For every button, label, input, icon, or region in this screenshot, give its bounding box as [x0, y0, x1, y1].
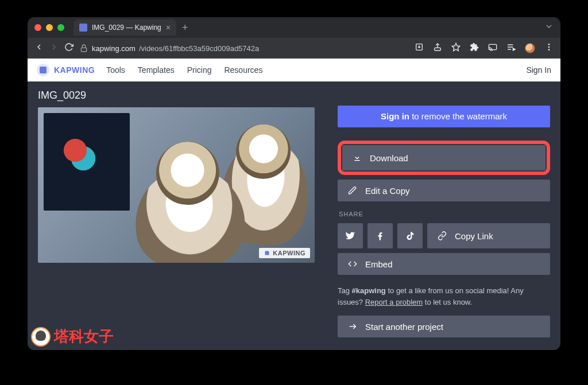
edit-copy-label: Edit a Copy [365, 186, 410, 196]
share-tiktok-button[interactable] [397, 223, 423, 248]
download-label: Download [370, 153, 408, 163]
tab-title: IMG_0029 — Kapwing [92, 24, 161, 32]
main-nav: Tools Templates Pricing Resources [106, 65, 262, 75]
twitter-icon [345, 231, 355, 241]
copy-link-button[interactable]: Copy Link [427, 223, 550, 248]
browser-tab[interactable]: IMG_0029 — Kapwing × [74, 20, 176, 36]
pencil-icon [348, 186, 357, 195]
share-icon[interactable] [433, 42, 442, 54]
link-icon [438, 231, 447, 240]
cast-icon[interactable] [488, 42, 497, 54]
svg-rect-12 [265, 251, 269, 255]
download-highlight: Download [338, 141, 550, 175]
video-background-art [44, 113, 130, 211]
tab-favicon [79, 24, 87, 32]
share-facebook-button[interactable] [368, 223, 393, 248]
tabs-overflow-icon[interactable] [544, 22, 554, 33]
install-app-icon[interactable] [415, 42, 424, 54]
svg-rect-0 [81, 48, 86, 52]
kapwing-logo-icon [37, 64, 49, 76]
extensions-icon[interactable] [470, 42, 479, 54]
lock-icon [79, 44, 88, 53]
window-titlebar: IMG_0029 — Kapwing × + [28, 17, 560, 38]
nav-tools[interactable]: Tools [106, 65, 125, 75]
corner-watermark-icon [31, 327, 51, 347]
svg-marker-3 [452, 43, 459, 50]
cta-bold: Sign in [381, 111, 409, 121]
reload-button[interactable] [64, 42, 74, 54]
report-problem-link[interactable]: Report a problem [365, 298, 423, 306]
url-host: kapwing.com [92, 44, 136, 53]
playlist-icon[interactable] [506, 42, 516, 54]
cta-rest: to remove the watermark [409, 111, 507, 121]
start-another-label: Start another project [365, 322, 443, 332]
close-tab-icon[interactable]: × [166, 23, 171, 32]
brand-logo[interactable]: KAPWING [37, 64, 95, 76]
new-tab-button[interactable]: + [182, 22, 188, 33]
video-watermark: KAPWING [259, 248, 310, 258]
svg-marker-8 [513, 48, 515, 50]
app-header: KAPWING Tools Templates Pricing Resource… [28, 59, 560, 81]
menu-icon[interactable] [544, 42, 554, 54]
copy-link-label: Copy Link [455, 231, 493, 241]
watermark-label: KAPWING [273, 250, 305, 256]
address-bar[interactable]: kapwing.com/videos/61ffbbc53a59cd009ad57… [79, 44, 259, 53]
forward-button[interactable] [49, 42, 59, 54]
nav-templates[interactable]: Templates [138, 65, 175, 75]
facebook-icon [375, 231, 385, 241]
minimize-window-button[interactable] [46, 24, 53, 31]
profile-avatar[interactable] [525, 43, 535, 53]
header-sign-in[interactable]: Sign In [526, 65, 551, 75]
svg-rect-2 [435, 48, 441, 50]
nav-resources[interactable]: Resources [224, 65, 262, 75]
code-icon [348, 259, 357, 269]
svg-point-11 [548, 49, 550, 50]
tiktok-icon [405, 231, 415, 241]
share-section-label: SHARE [339, 211, 550, 217]
download-button[interactable]: Download [342, 145, 546, 170]
share-twitter-button[interactable] [338, 223, 363, 248]
embed-label: Embed [365, 259, 393, 269]
nav-pricing[interactable]: Pricing [187, 65, 212, 75]
share-footer-text: Tag #kapwing to get a like from us on so… [338, 285, 550, 308]
video-preview[interactable]: KAPWING [38, 107, 315, 263]
close-window-button[interactable] [34, 24, 41, 31]
browser-toolbar: kapwing.com/videos/61ffbbc53a59cd009ad57… [28, 38, 560, 59]
embed-button[interactable]: Embed [338, 253, 550, 275]
brand-name: KAPWING [54, 65, 95, 75]
traffic-lights [34, 24, 64, 31]
bookmark-star-icon[interactable] [451, 42, 461, 54]
sign-in-cta[interactable]: Sign in to remove the watermark [338, 106, 550, 127]
arrow-right-icon [348, 322, 357, 331]
start-another-button[interactable]: Start another project [338, 316, 550, 337]
maximize-window-button[interactable] [57, 24, 64, 31]
back-button[interactable] [34, 42, 44, 54]
project-title: IMG_0029 [38, 90, 315, 102]
corner-watermark-text: 塔科女子 [54, 326, 114, 347]
svg-point-9 [548, 44, 550, 45]
download-icon [353, 153, 362, 162]
svg-point-10 [548, 46, 550, 48]
edit-copy-button[interactable]: Edit a Copy [338, 180, 550, 201]
url-path: /videos/61ffbbc53a59cd009ad5742a [139, 44, 259, 53]
content-area: IMG_0029 KAPWING Sign in to remove the w… [28, 81, 560, 350]
corner-watermark: 塔科女子 [31, 326, 114, 347]
